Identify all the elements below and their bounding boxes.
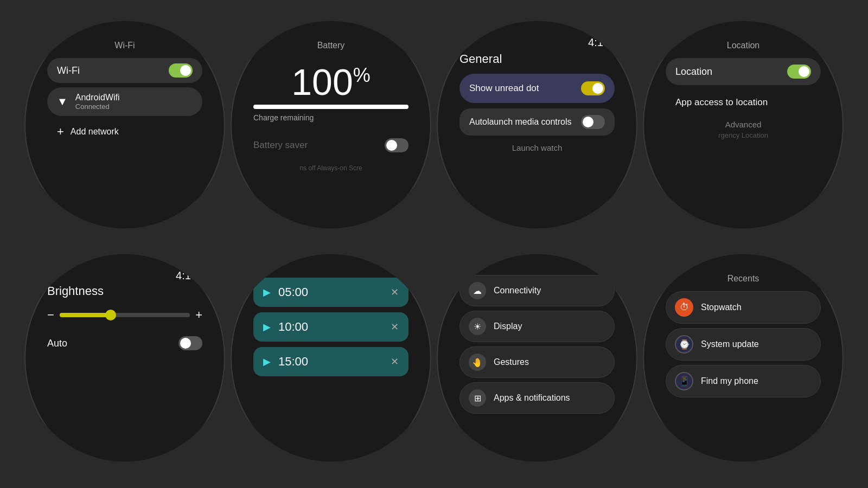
general-watch: 4:18 General Show unread dot Autolaunch … [437,14,637,236]
timer-close-icon-1[interactable]: ✕ [391,286,399,298]
location-emergency: rgency Location [718,131,768,139]
brightness-slider-row[interactable]: − + [47,308,202,322]
recents-watch: Recents ⏱ Stopwatch ⌚ System update 📱 Fi… [643,247,844,469]
location-toggle-row[interactable]: Location [666,58,821,85]
battery-percent-sign: % [353,64,371,86]
timer-play-icon-1[interactable]: ▶ [263,286,271,298]
battery-saver-label: Battery saver [253,140,308,151]
connectivity-label: Connectivity [494,286,541,296]
wifi-label: Wi-Fi [57,65,80,76]
battery-bar-container [253,105,409,109]
timer-close-icon-2[interactable]: ✕ [391,321,399,333]
location-title: Location [727,41,760,50]
timer-item-1[interactable]: ▶ 05:00 ✕ [253,278,409,307]
gestures-label: Gestures [494,357,529,367]
show-unread-row[interactable]: Show unread dot [459,74,615,103]
location-label: Location [675,66,712,78]
recents-stopwatch[interactable]: ⏱ Stopwatch [666,291,821,324]
settings-watch: ☁ Connectivity ☀ Display 🤚 Gestures ⊞ Ap… [437,247,637,469]
wifi-title: Wi-Fi [114,41,135,50]
general-time: 4:18 [588,36,609,49]
brightness-increase-icon[interactable]: + [195,308,202,322]
wifi-network-info: AndroidWifi Connected [75,93,120,111]
main-grid: Wi-Fi Wi-Fi ▼ AndroidWifi Connected + Ad… [14,3,854,485]
general-title: General [459,52,502,66]
settings-connectivity[interactable]: ☁ Connectivity [459,275,615,306]
brightness-time: 4:19 [176,269,197,282]
location-advanced: Advanced [725,120,762,129]
timer-close-icon-3[interactable]: ✕ [391,356,399,368]
wifi-network-row[interactable]: ▼ AndroidWifi Connected [47,87,202,116]
brightness-auto-label: Auto [47,338,67,349]
brightness-thumb[interactable] [105,310,116,320]
wifi-add-label: Add network [71,127,119,137]
stopwatch-icon: ⏱ [675,298,693,317]
apps-label: Apps & notifications [494,393,570,403]
add-icon: + [57,125,64,139]
timer-play-icon-2[interactable]: ▶ [263,321,271,333]
connectivity-icon: ☁ [469,282,486,299]
apps-icon: ⊞ [469,389,486,407]
battery-watch: Battery 100% Charge remaining Battery sa… [231,14,431,236]
wifi-toggle[interactable] [169,63,193,78]
timer-time-3: 15:00 [278,355,391,369]
battery-always-on: ns off Always-on Scre [299,164,362,172]
battery-bar-fill [253,105,409,109]
timer-watch: ▶ 05:00 ✕ ▶ 10:00 ✕ ▶ 15:00 ✕ [231,247,431,469]
wifi-add-row[interactable]: + Add network [47,120,202,143]
brightness-watch: 4:19 Brightness − + Auto [24,247,225,469]
timer-play-icon-3[interactable]: ▶ [263,356,271,368]
battery-saver-toggle[interactable] [385,138,409,152]
autolaunch-label: Autolaunch media controls [469,117,581,127]
brightness-auto-toggle[interactable] [178,336,202,350]
battery-percent-display: 100% [291,63,370,100]
show-unread-toggle[interactable] [581,81,605,95]
brightness-track[interactable] [60,313,190,317]
battery-percent-value: 100 [291,61,353,102]
timer-item-3[interactable]: ▶ 15:00 ✕ [253,347,409,376]
settings-apps[interactable]: ⊞ Apps & notifications [459,382,615,414]
brightness-decrease-icon[interactable]: − [47,308,54,322]
settings-gestures[interactable]: 🤚 Gestures [459,346,615,378]
launch-watch-label: Launch watch [512,143,563,152]
gestures-icon: 🤚 [469,354,486,371]
autolaunch-row[interactable]: Autolaunch media controls [459,108,615,136]
find-phone-icon: 📱 [675,372,693,390]
brightness-title: Brightness [47,284,104,298]
wifi-toggle-row[interactable]: Wi-Fi [47,58,202,83]
settings-display[interactable]: ☀ Display [459,311,615,342]
timer-time-2: 10:00 [278,320,391,334]
recents-system-update[interactable]: ⌚ System update [666,328,821,361]
recents-title: Recents [727,274,760,284]
location-watch: Location Location App access to location… [643,14,844,236]
battery-charge-label: Charge remaining [253,113,314,122]
battery-title: Battery [317,41,345,50]
recents-find-phone[interactable]: 📱 Find my phone [666,365,821,397]
display-icon: ☀ [469,318,486,335]
stopwatch-label: Stopwatch [701,303,742,312]
location-toggle[interactable] [787,65,811,79]
brightness-auto-row[interactable]: Auto [47,332,202,355]
timer-item-2[interactable]: ▶ 10:00 ✕ [253,312,409,342]
brightness-fill [60,313,112,317]
system-update-label: System update [701,339,759,349]
app-access-label: App access to location [675,97,768,107]
wifi-watch: Wi-Fi Wi-Fi ▼ AndroidWifi Connected + Ad… [24,14,225,236]
system-update-icon: ⌚ [675,335,693,354]
app-access-row[interactable]: App access to location [666,91,821,114]
wifi-network-name: AndroidWifi [75,93,120,102]
wifi-network-status: Connected [75,102,120,111]
display-label: Display [494,322,522,331]
show-unread-label: Show unread dot [469,83,581,94]
autolaunch-toggle[interactable] [581,115,605,129]
battery-saver-row[interactable]: Battery saver [253,133,409,158]
find-phone-label: Find my phone [701,376,758,386]
timer-time-1: 05:00 [278,285,391,299]
wifi-signal-icon: ▼ [57,95,68,108]
